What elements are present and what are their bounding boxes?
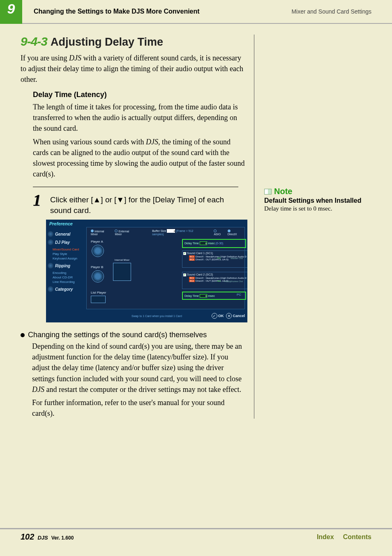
delay-time-label: Delay Time (184, 242, 199, 245)
page-header: 9 Changing the Settings to Make DJS More… (0, 0, 392, 24)
step-number: 1 (33, 193, 45, 208)
buffer-input[interactable] (167, 229, 175, 233)
ss-sub-mixer-sound-card[interactable]: Mixer/Sound Card (53, 248, 85, 251)
ss-internal-mixer-label: Internal Mixer (114, 259, 130, 261)
ss-radio-asio[interactable]: ASIO (214, 229, 224, 236)
header-subtitle: Mixer and Sound Card Settings (291, 8, 371, 15)
ss-radio-external[interactable]: External Mixer (115, 229, 136, 236)
ss-radio-directx[interactable]: DirectX (228, 229, 240, 236)
ok-label: OK (218, 314, 224, 318)
connector-line (217, 258, 221, 258)
delay-unit: msec (208, 242, 215, 245)
sc-tag: SC2 (189, 280, 195, 282)
ss-buffer-size: Buffer Size (Frame = 512 samples) (152, 229, 205, 236)
ss-radio-internal[interactable]: Internal Mixer (91, 229, 111, 236)
sc1-title: Sound Card 1 (SC1) (187, 252, 213, 255)
note-body: Delay time is set to 0 msec. (264, 205, 371, 212)
ss-radio-row: Internal Mixer External Mixer Buffer Siz… (91, 229, 240, 236)
sc-tag: SC1 (189, 255, 195, 258)
sc2-line1: DirectX : Headphones (High Definition Au… (196, 277, 247, 279)
latency-paragraph-1: The length of time it takes for processi… (33, 102, 247, 134)
bullet-heading: Changing the settings of the sound card(… (21, 331, 247, 339)
delay-unit: msec (208, 294, 215, 297)
ss-player-a-label: Player A (91, 240, 103, 243)
section-heading: 9-4-3 Adjusting Delay Time (21, 35, 247, 49)
page-footer: 102 DJS Ver. 1.600 Index Contents (0, 528, 392, 544)
footer-djs: DJS (37, 535, 48, 541)
ss-sub-about-cd-dr[interactable]: About CD-DR (53, 276, 85, 279)
chapter-number-tab: 9 (0, 0, 22, 24)
note-label: Note (264, 187, 371, 196)
ss-delay-time-box-1: Delay Time msec (0-30) (182, 239, 246, 248)
circle-icon (48, 231, 53, 237)
ss-sidebar-general[interactable]: General (48, 231, 85, 237)
bullet-paragraph-2: For further information, refer to the us… (21, 397, 247, 419)
sc-tag: SC1 (189, 277, 195, 279)
checkbox-icon[interactable]: ✓ (183, 252, 186, 255)
page-number: 102 (21, 532, 34, 542)
intro-text-before: If you are using (21, 54, 69, 62)
ss-sub-play-style[interactable]: Play Style (53, 252, 85, 256)
ss-sub-line-recording[interactable]: Line Recording (53, 280, 85, 284)
ss-sidebar-label: Category (55, 287, 73, 292)
section-title: Adjusting Delay Time (51, 36, 163, 49)
ss-list-player-label: List Player (91, 291, 106, 294)
radio-icon (214, 229, 217, 232)
bullet-p1-after: and restart the computer or the driver s… (44, 385, 241, 394)
ss-sidebar-label: General (55, 232, 70, 236)
list-player-icon (91, 296, 106, 303)
step-1: 1 Click either [▲] or [▼] for the [Delay… (33, 193, 247, 215)
bullet-icon (21, 333, 25, 337)
intro-paragraph: If you are using DJS with a variety of d… (21, 53, 247, 85)
sc2-title: Sound Card 2 (SC2) (187, 273, 213, 276)
bullet-p1-before: Depending on the kind of sound card(s) y… (32, 342, 242, 382)
note-label-text: Note (274, 187, 292, 196)
checkbox-icon[interactable]: ✓ (183, 273, 186, 276)
header-title: Changing the Settings to Make DJS More C… (34, 8, 291, 15)
delay-time-label: Delay Time (184, 294, 199, 297)
check-icon: ✓ (212, 313, 217, 319)
ss-sub-keyboard-assign[interactable]: Keyboard Assign (53, 257, 85, 260)
close-icon: ✕ (226, 313, 232, 319)
preferences-screenshot: Preference General DJ Play Mixer/Sound C… (46, 220, 247, 322)
latency-paragraph-2: When using various sound cards with DJS,… (33, 137, 247, 179)
radio-icon (228, 229, 231, 232)
latency-p2-djs: DJS (146, 138, 158, 146)
delay-note: (0-30) (216, 242, 224, 245)
footer-contents-link[interactable]: Contents (343, 533, 371, 541)
ss-sidebar-djplay[interactable]: DJ Play (48, 239, 85, 245)
cancel-button[interactable]: ✕Cancel (226, 313, 245, 319)
ss-sidebar-label: DJ Play (55, 240, 70, 245)
buffer-label: Buffer Size (152, 229, 166, 232)
ss-pc-label: PC (237, 293, 241, 297)
delay-time-input[interactable] (200, 241, 207, 245)
sc1-line2: DirectX : OUT (EDIROL UA-5) (196, 258, 228, 261)
latency-p2-before: When using various sound cards with (33, 138, 146, 146)
cancel-label: Cancel (233, 314, 245, 318)
radio-label: DirectX (228, 233, 237, 236)
ok-button[interactable]: ✓OK (212, 313, 224, 319)
ss-sidebar-label: Ripping (55, 264, 70, 268)
bullet-p1-djs: DJS (32, 385, 44, 394)
sc-tag: SC2 (189, 258, 195, 261)
ss-hint-text: Swap to 1 Card when you install 1 Card (131, 315, 182, 317)
ss-sub-encoding[interactable]: Encoding (53, 271, 85, 275)
divider (33, 187, 238, 187)
intro-djs: DJS (69, 54, 81, 62)
delay-time-input[interactable] (200, 294, 207, 298)
bullet-heading-text: Changing the settings of the sound card(… (28, 331, 207, 339)
section-number: 9-4-3 (21, 35, 47, 49)
turntable-b-icon (92, 270, 104, 283)
footer-index-link[interactable]: Index (317, 533, 334, 541)
ss-window-title: Preference (49, 221, 73, 226)
circle-icon (48, 286, 53, 292)
internal-mixer-icon (113, 263, 131, 281)
circle-icon (48, 239, 53, 245)
step-text: Click either [▲] or [▼] for the [Delay T… (50, 193, 247, 215)
bullet-paragraph-1: Depending on the kind of sound card(s) y… (21, 341, 247, 394)
sc2-line2: DirectX : OUT (EDIROL UA-5) (196, 280, 228, 282)
connector-line (217, 281, 221, 281)
ss-sidebar-ripping[interactable]: Ripping (48, 263, 85, 269)
radio-icon (91, 229, 94, 232)
ss-sidebar-category[interactable]: Category (48, 286, 85, 292)
